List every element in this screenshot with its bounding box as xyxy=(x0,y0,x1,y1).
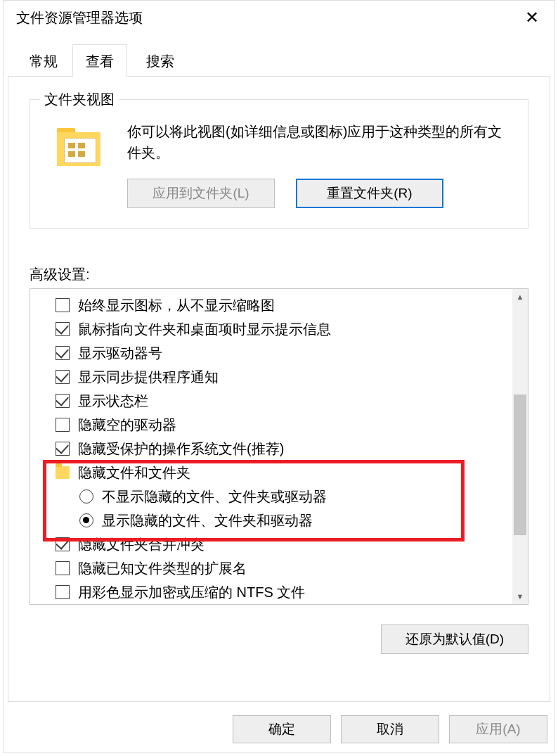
list-item-label: 隐藏已知文件类型的扩展名 xyxy=(78,559,247,578)
checkbox-icon[interactable] xyxy=(56,346,70,360)
list-item[interactable]: 隐藏文件夹合并冲突 xyxy=(30,532,512,556)
tabstrip: 常规 查看 搜索 xyxy=(8,44,550,77)
titlebar: 文件资源管理器选项 ✕ xyxy=(4,1,554,34)
list-item-label: 隐藏空的驱动器 xyxy=(78,416,176,435)
folder-icon xyxy=(56,466,70,479)
list-item[interactable]: 显示同步提供程序通知 xyxy=(30,365,512,389)
checkbox-icon[interactable] xyxy=(56,370,70,384)
scroll-up-icon[interactable]: ▲ xyxy=(512,289,528,305)
tab-view[interactable]: 查看 xyxy=(72,44,127,77)
folder-views-legend: 文件夹视图 xyxy=(40,90,119,109)
list-item[interactable]: 始终显示图标，从不显示缩略图 xyxy=(30,293,512,317)
checkbox-icon[interactable] xyxy=(56,585,70,599)
list-item[interactable]: 不显示隐藏的文件、文件夹或驱动器 xyxy=(30,485,512,508)
list-item-label: 隐藏受保护的操作系统文件(推荐) xyxy=(78,440,284,459)
apply-button[interactable]: 应用(A) xyxy=(449,715,547,743)
checkbox-icon[interactable] xyxy=(56,442,70,456)
scroll-down-icon[interactable]: ▼ xyxy=(512,589,528,604)
list-item-label: 始终显示图标，从不显示缩略图 xyxy=(78,296,275,315)
list-item-label: 隐藏文件和文件夹 xyxy=(78,463,190,482)
radio-icon[interactable] xyxy=(79,513,93,527)
list-item[interactable]: 隐藏空的驱动器 xyxy=(30,413,512,437)
list-item-label: 鼠标指向文件夹和桌面项时显示提示信息 xyxy=(78,320,331,339)
radio-icon[interactable] xyxy=(79,489,93,504)
list-item[interactable]: 鼠标指向文件夹和桌面项时显示提示信息 xyxy=(30,317,512,341)
folder-views-description: 你可以将此视图(如详细信息或图标)应用于这种类型的所有文件夹。 xyxy=(127,121,511,163)
scroll-thumb[interactable] xyxy=(514,395,526,535)
list-item-label: 显示驱动器号 xyxy=(78,344,162,363)
scrollbar[interactable]: ▲ ▼ xyxy=(512,289,528,604)
checkbox-icon[interactable] xyxy=(56,537,70,551)
list-item[interactable]: 显示驱动器号 xyxy=(30,341,512,365)
checkbox-icon[interactable] xyxy=(56,394,70,408)
list-item-label: 显示状态栏 xyxy=(78,392,148,411)
list-item-label: 显示同步提供程序通知 xyxy=(78,368,219,387)
list-item[interactable]: 隐藏受保护的操作系统文件(推荐) xyxy=(30,437,512,461)
list-item-label: 不显示隐藏的文件、文件夹或驱动器 xyxy=(102,487,327,506)
folder-icon xyxy=(57,128,106,170)
checkbox-icon[interactable] xyxy=(56,418,70,432)
apply-to-folders-button[interactable]: 应用到文件夹(L) xyxy=(127,179,275,208)
folder-views-group: 文件夹视图 你可以将此视图(如详细信息或图标)应用于这种类型的所有文件夹。 应用… xyxy=(30,99,528,229)
tab-general[interactable]: 常规 xyxy=(16,44,71,77)
dialog-buttons: 确定 取消 应用(A) xyxy=(4,706,554,752)
checkbox-icon[interactable] xyxy=(56,298,70,312)
list-item-label: 显示隐藏的文件、文件夹和驱动器 xyxy=(102,511,313,530)
cancel-button[interactable]: 取消 xyxy=(341,715,439,743)
reset-folders-button[interactable]: 重置文件夹(R) xyxy=(296,179,443,208)
close-icon[interactable]: ✕ xyxy=(518,8,546,27)
checkbox-icon[interactable] xyxy=(56,561,70,575)
list-item[interactable]: 显示隐藏的文件、文件夹和驱动器 xyxy=(30,508,512,532)
folder-options-dialog: 文件资源管理器选项 ✕ 常规 查看 搜索 文件夹视图 你可以将此视图(如详细信息… xyxy=(3,0,555,753)
checkbox-icon[interactable] xyxy=(56,322,70,336)
advanced-settings-list: 始终显示图标，从不显示缩略图鼠标指向文件夹和桌面项时显示提示信息显示驱动器号显示… xyxy=(30,288,528,605)
list-item[interactable]: 隐藏文件和文件夹 xyxy=(30,461,512,485)
list-item-label: 隐藏文件夹合并冲突 xyxy=(78,535,205,554)
list-item-label: 用彩色显示加密或压缩的 NTFS 文件 xyxy=(78,583,305,602)
advanced-settings-label: 高级设置: xyxy=(30,265,528,284)
tab-search[interactable]: 搜索 xyxy=(133,44,188,77)
window-title: 文件资源管理器选项 xyxy=(16,8,143,27)
tab-body-view: 文件夹视图 你可以将此视图(如详细信息或图标)应用于这种类型的所有文件夹。 应用… xyxy=(8,77,550,702)
ok-button[interactable]: 确定 xyxy=(233,715,331,743)
list-item[interactable]: 显示状态栏 xyxy=(30,389,512,413)
restore-defaults-button[interactable]: 还原为默认值(D) xyxy=(381,624,528,654)
list-item[interactable]: 用彩色显示加密或压缩的 NTFS 文件 xyxy=(30,580,512,604)
list-item[interactable]: 隐藏已知文件类型的扩展名 xyxy=(30,556,512,580)
